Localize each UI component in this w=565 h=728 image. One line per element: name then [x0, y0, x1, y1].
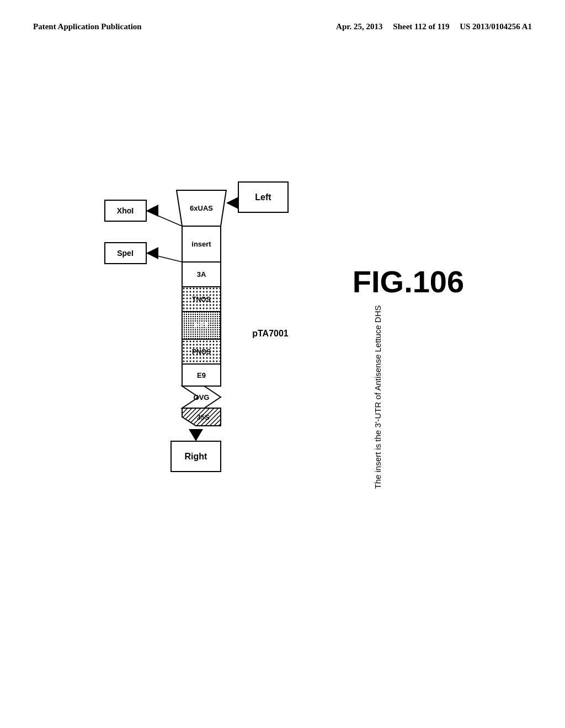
35s-label: 35S [196, 413, 209, 421]
left-border-label: Left [255, 192, 271, 202]
header-patent: US 2013/0104256 A1 [460, 22, 532, 31]
spei-arrow [146, 247, 158, 259]
xhoi-line [146, 211, 182, 226]
left-to-6xuas-arrow [226, 197, 238, 209]
right-border-label: Right [185, 452, 208, 461]
xhoi-label: XhoI [117, 206, 134, 215]
header-sheet: Sheet 112 of 119 [393, 22, 449, 31]
pnos-label: PNOS [192, 348, 211, 356]
e9-label: E9 [197, 371, 206, 379]
diagram-container: Right 35S GVG E9 PNOS HPT TNOS 3A SpeI [33, 55, 530, 552]
gvg-label: GVG [194, 393, 210, 402]
plasmid-name-label: pTA7001 [252, 329, 289, 338]
insert-label: insert [191, 240, 211, 248]
figure-label: FIG.106 [353, 264, 464, 299]
right-arrow [189, 429, 203, 441]
page-header: Patent Application Publication Apr. 25, … [0, 0, 565, 31]
insert-description-text: The insert is the 3'-UTR of Antisense Le… [373, 305, 382, 489]
3a-label: 3A [197, 270, 206, 279]
diagram-svg: Right 35S GVG E9 PNOS HPT TNOS 3A SpeI [33, 55, 530, 552]
header-date: Apr. 25, 2013 [336, 22, 382, 31]
spei-label: SpeI [117, 249, 134, 258]
header-left: Patent Application Publication [33, 22, 142, 31]
spei-line [146, 253, 182, 262]
tnos-label: TNOS [192, 296, 210, 303]
hpt-label: HPT [194, 321, 209, 329]
6xuas-label: 6xUAS [190, 204, 213, 212]
header-right: Apr. 25, 2013 Sheet 112 of 119 US 2013/0… [336, 22, 532, 31]
publication-label: Patent Application Publication [33, 22, 142, 31]
